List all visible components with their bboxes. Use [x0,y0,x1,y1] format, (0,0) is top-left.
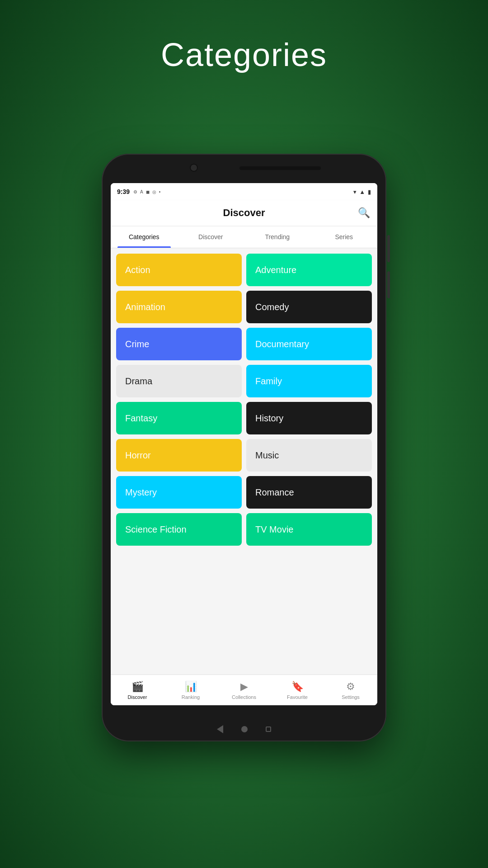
dot-status-icon: • [159,189,161,194]
phone-nav-bar [217,725,271,733]
app-bar: Discover 🔍 [111,200,377,226]
category-card-history[interactable]: History [246,402,372,434]
status-icons: ⚙ A ◼ ◎ • [133,189,160,194]
category-card-romance[interactable]: Romance [246,476,372,509]
tab-series[interactable]: Series [311,226,378,248]
category-card-science-fiction[interactable]: Science Fiction [116,513,242,546]
a-status-icon: A [140,189,143,194]
page-background-title: Categories [0,36,488,73]
shield-status-icon: ◼ [146,189,150,194]
phone-camera [190,164,198,172]
phone-screen: 9:39 ⚙ A ◼ ◎ • ▾ ▲ ▮ Discover 🔍 Categori… [111,183,377,705]
nav-ranking[interactable]: 📊 Ranking [164,675,217,705]
phone-device: 9:39 ⚙ A ◼ ◎ • ▾ ▲ ▮ Discover 🔍 Categori… [102,154,386,741]
discover-nav-icon: 🎬 [131,681,144,693]
search-button[interactable]: 🔍 [358,207,370,219]
home-button[interactable] [241,726,248,732]
favourite-nav-label: Favourite [287,694,308,700]
category-card-horror[interactable]: Horror [116,439,242,472]
category-card-tv-movie[interactable]: TV Movie [246,513,372,546]
category-card-crime[interactable]: Crime [116,328,242,360]
status-bar: 9:39 ⚙ A ◼ ◎ • ▾ ▲ ▮ [111,183,377,200]
signal-icon: ▲ [359,189,365,195]
category-card-music[interactable]: Music [246,439,372,472]
status-right-icons: ▾ ▲ ▮ [353,189,371,195]
tab-trending[interactable]: Trending [244,226,311,248]
back-button[interactable] [217,725,223,733]
nav-settings[interactable]: ⚙ Settings [324,675,377,705]
ranking-nav-label: Ranking [182,694,200,700]
category-card-fantasy[interactable]: Fantasy [116,402,242,434]
collections-nav-icon: ▶ [240,681,248,693]
category-card-mystery[interactable]: Mystery [116,476,242,509]
nav-favourite[interactable]: 🔖 Favourite [271,675,324,705]
tab-categories[interactable]: Categories [111,226,178,248]
category-card-drama[interactable]: Drama [116,365,242,397]
recent-button[interactable] [266,726,271,732]
discover-nav-label: Discover [128,694,147,700]
phone-speaker [239,166,321,170]
favourite-nav-icon: 🔖 [291,681,304,693]
category-card-animation[interactable]: Animation [116,291,242,323]
circle-status-icon: ◎ [152,189,156,194]
settings-nav-icon: ⚙ [346,681,355,693]
volume-up-button[interactable] [387,235,390,262]
status-time: 9:39 [117,188,130,195]
app-bar-title: Discover [223,207,265,219]
nav-collections[interactable]: ▶ Collections [217,675,271,705]
wifi-icon: ▾ [353,189,357,195]
ranking-nav-icon: 📊 [185,681,197,693]
bottom-nav: 🎬 Discover 📊 Ranking ▶ Collections 🔖 Fav… [111,675,377,705]
settings-status-icon: ⚙ [133,189,137,194]
nav-discover[interactable]: 🎬 Discover [111,675,164,705]
category-card-documentary[interactable]: Documentary [246,328,372,360]
category-card-adventure[interactable]: Adventure [246,254,372,286]
category-card-family[interactable]: Family [246,365,372,397]
category-card-action[interactable]: Action [116,254,242,286]
tab-discover[interactable]: Discover [178,226,244,248]
volume-down-button[interactable] [387,271,390,298]
categories-grid: ActionAdventureAnimationComedyCrimeDocum… [111,248,377,675]
collections-nav-label: Collections [232,694,256,700]
settings-nav-label: Settings [342,694,360,700]
battery-icon: ▮ [368,189,371,195]
tabs-bar: Categories Discover Trending Series [111,226,377,248]
category-card-comedy[interactable]: Comedy [246,291,372,323]
